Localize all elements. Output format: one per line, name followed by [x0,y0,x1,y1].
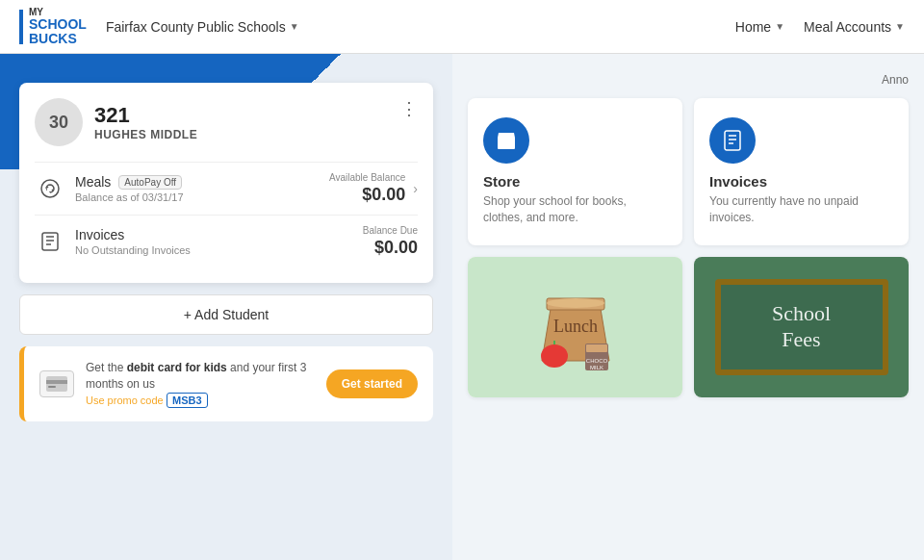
meals-balance: Available Balance $0.00 [329,172,405,205]
sidebar: 30 321 HUGHES MIDDLE ⋮ [0,54,452,560]
student-avatar: 30 [35,98,83,146]
student-info: 321 HUGHES MIDDLE [94,103,400,141]
invoices-content: Invoices No Outstanding Invoices [75,227,363,256]
svg-rect-5 [725,131,740,150]
school-store-card[interactable]: SchoolFees School Store Payments [694,257,909,397]
svg-point-10 [541,344,568,368]
meal-accounts-chevron: ▼ [895,21,905,32]
main-content: 30 321 HUGHES MIDDLE ⋮ [0,54,924,560]
invoices-icon [35,226,65,257]
meals-row: Meals AutoPay Off Balance as of 03/31/17… [35,162,418,215]
svg-text:CHOCO: CHOCO [585,358,607,364]
header-nav: Home ▼ Meal Accounts ▼ [735,19,905,35]
promo-card: Get the debit card for kids and your fir… [19,346,433,421]
add-student-button[interactable]: + Add Student [19,294,433,335]
card-menu-button[interactable]: ⋮ [400,98,418,119]
student-card: 30 321 HUGHES MIDDLE ⋮ [19,83,433,283]
logo-text: MY SCHOOL BUCKS [29,7,87,47]
svg-rect-3 [46,380,67,384]
store-title: Store [483,173,667,190]
meal-payments-card[interactable]: Lunch CHOCO MILK Meal Payments [468,257,682,397]
school-selector[interactable]: Fairfax County Public Schools ▼ [106,19,299,35]
school-selector-chevron: ▼ [290,21,299,32]
invoices-feature-desc: You currently have no unpaid invoices. [709,193,893,226]
store-desc: Shop your school for books, clothes, and… [483,193,667,226]
invoices-subtitle: No Outstanding Invoices [75,244,363,256]
chalk-text: SchoolFees [772,301,831,352]
svg-point-8 [547,298,604,308]
svg-rect-13 [586,344,607,352]
chalkboard: SchoolFees [715,279,888,375]
meals-subtitle: Balance as of 03/31/17 [75,191,329,203]
autopay-badge: AutoPay Off [118,175,182,190]
svg-point-0 [41,180,59,197]
svg-text:Lunch: Lunch [553,317,598,336]
meals-icon [35,173,65,204]
feature-cards-grid: Store Shop your school for books, clothe… [468,98,909,245]
svg-rect-4 [48,386,56,388]
invoices-feature-icon [709,117,756,164]
right-panel: Anno Store Shop your school for books, c… [452,54,924,560]
store-icon [483,117,529,164]
svg-rect-1 [42,233,58,250]
anno-bar: Anno [468,73,909,87]
meals-title: Meals AutoPay Off [75,174,329,190]
invoices-feature-title: Invoices [709,173,893,190]
invoices-balance-amount: $0.00 [363,238,418,258]
store-card[interactable]: Store Shop your school for books, clothe… [468,98,682,245]
logo-school: SCHOOL [29,17,87,32]
school-name: Fairfax County Public Schools [106,19,286,35]
header: MY SCHOOL BUCKS Fairfax County Public Sc… [0,0,924,54]
payment-cards-grid: Lunch CHOCO MILK Meal Payments [468,257,909,397]
meal-payments-visual: Lunch CHOCO MILK [468,257,682,397]
invoices-row: Invoices No Outstanding Invoices Balance… [35,215,418,267]
student-card-header: 30 321 HUGHES MIDDLE ⋮ [35,98,418,146]
meals-arrow[interactable]: › [413,181,418,196]
student-id: 321 [94,103,400,128]
promo-card-icon [39,370,74,397]
nav-meal-accounts[interactable]: Meal Accounts ▼ [804,19,905,35]
get-started-button[interactable]: Get started [326,369,418,398]
home-chevron: ▼ [775,21,784,32]
available-balance-label: Available Balance [329,172,405,183]
meals-balance-amount: $0.00 [329,185,405,205]
logo-bar [19,10,23,44]
promo-text: Get the debit card for kids and your fir… [86,360,315,408]
invoices-title: Invoices [75,227,363,242]
invoices-feature-card[interactable]: Invoices You currently have no unpaid in… [694,98,909,245]
svg-text:MILK: MILK [589,365,603,370]
logo-bucks: BUCKS [29,32,87,46]
promo-code: MSB3 [167,393,208,408]
balance-due-label: Balance Due [363,225,418,236]
school-store-visual: SchoolFees [694,257,909,397]
meals-content: Meals AutoPay Off Balance as of 03/31/17 [75,174,329,203]
logo-my: MY [29,7,87,17]
nav-home[interactable]: Home ▼ [735,19,784,35]
logo: MY SCHOOL BUCKS [19,7,87,47]
invoices-balance: Balance Due $0.00 [363,225,418,258]
student-school: HUGHES MIDDLE [94,128,400,141]
